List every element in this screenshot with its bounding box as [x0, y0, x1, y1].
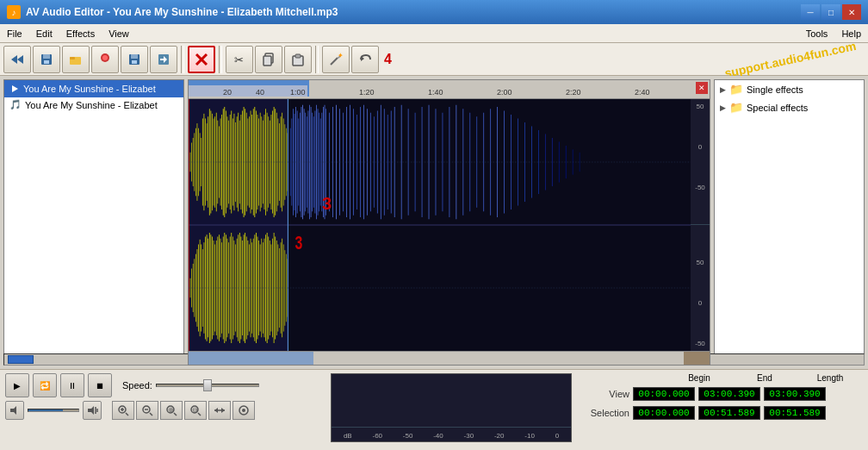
menu-tools[interactable]: Tools	[799, 24, 835, 42]
svg-rect-249	[580, 153, 580, 172]
waveform-svg: yellow waveform 3	[189, 99, 710, 351]
maximize-button[interactable]: □	[822, 4, 840, 20]
pause-button[interactable]: ⏸	[60, 373, 84, 397]
menu-edit[interactable]: Edit	[29, 24, 59, 42]
db-label-neg60: dB	[344, 432, 352, 440]
svg-rect-6	[70, 57, 75, 59]
selection-end-value: 00:51.589	[698, 406, 760, 420]
svg-rect-96	[277, 118, 278, 205]
toolbar-sep-3	[315, 46, 319, 73]
svg-rect-223	[401, 105, 402, 220]
svg-rect-120	[212, 236, 213, 339]
ruler-mark-100: 1:00	[290, 88, 306, 97]
bottom-controls: ▶ 🔁 ⏸ ⏹ Speed:	[0, 369, 868, 450]
save-button[interactable]	[33, 46, 60, 73]
zoom-select-button[interactable]: ⊕	[160, 401, 183, 420]
svg-rect-136	[234, 241, 235, 335]
svg-rect-204	[332, 107, 333, 217]
svg-rect-172	[283, 244, 284, 331]
open-button[interactable]	[62, 46, 90, 73]
svg-rect-193	[313, 116, 314, 208]
zoom-out-button[interactable]	[136, 401, 158, 420]
delete-button[interactable]	[188, 46, 215, 73]
svg-rect-150	[253, 239, 254, 338]
menu-view[interactable]: View	[102, 24, 136, 42]
zoom-fit-button[interactable]: ⊖	[184, 401, 207, 420]
svg-rect-189	[308, 110, 309, 213]
file-name: You Are My Sunshine - Elizabet	[25, 100, 158, 110]
svg-rect-102	[286, 128, 287, 197]
loop-button[interactable]: 🔁	[33, 373, 57, 397]
svg-rect-158	[264, 239, 265, 338]
delete-label: 4	[384, 52, 392, 67]
stop-button[interactable]: ⏹	[88, 373, 112, 397]
toolbar: ✂ ✦ 4 support.audio4fun.com	[0, 43, 868, 76]
volume-down-button[interactable]	[5, 401, 24, 420]
selection-begin-value: 00:00.000	[633, 406, 695, 420]
ruler-mark-140: 1:40	[428, 88, 443, 97]
waveform-close-button[interactable]: ✕	[696, 82, 708, 94]
save-as-button[interactable]	[121, 46, 148, 73]
scale-bot-neg50: -50	[691, 340, 710, 347]
rewind-button[interactable]	[3, 46, 31, 73]
menu-effects[interactable]: Effects	[59, 24, 102, 42]
svg-rect-205	[336, 105, 337, 220]
scale-top-neg50: -50	[691, 184, 710, 191]
minimize-button[interactable]: ─	[801, 4, 820, 20]
magic-wand-button[interactable]: ✦	[322, 46, 350, 73]
main-area: You Are My Sunshine - Elizabet 🎵 You Are…	[0, 76, 868, 369]
cut-button[interactable]: ✂	[226, 46, 253, 73]
menu-file[interactable]: File	[0, 24, 29, 42]
svg-rect-38	[198, 128, 199, 197]
zoom-width-button[interactable]	[208, 401, 231, 420]
svg-rect-74	[247, 118, 248, 205]
ruler-mark-40: 40	[256, 88, 264, 97]
svg-rect-247	[566, 146, 567, 178]
play-button[interactable]: ▶	[5, 373, 29, 397]
file-panel-scrollbar[interactable]	[3, 353, 184, 366]
record-button[interactable]	[91, 46, 119, 73]
waveform-scrollbar[interactable]	[189, 351, 710, 365]
zoom-reset-button[interactable]	[232, 401, 255, 420]
ruler-mark-20: 20	[223, 88, 232, 97]
speed-slider[interactable]	[156, 377, 259, 394]
export-button[interactable]	[150, 46, 177, 73]
svg-rect-168	[277, 244, 278, 331]
svg-rect-116	[207, 234, 208, 341]
volume-up-button[interactable]	[83, 401, 102, 420]
svg-rect-106	[193, 264, 194, 312]
view-end-value: 03:00.390	[698, 387, 760, 401]
file-list-item[interactable]: 🎵 You Are My Sunshine - Elizabet	[4, 97, 183, 112]
window-controls: ─ □ ✕	[801, 4, 861, 20]
zoom-in-button[interactable]	[112, 401, 134, 420]
svg-rect-195	[316, 105, 317, 220]
special-effects-item[interactable]: ▶ 📁 Special effects	[715, 98, 864, 116]
svg-rect-152	[256, 233, 257, 343]
svg-rect-197	[319, 113, 319, 212]
svg-rect-62	[231, 110, 232, 213]
volume-zoom-row: ⊕ ⊖	[5, 401, 322, 420]
svg-rect-84	[261, 116, 262, 208]
copy-button[interactable]	[255, 46, 282, 73]
timeline-ruler: 20 40 1:00 1:20 1:40 2:00 2:20 2:40	[189, 80, 710, 99]
volume-slider[interactable]	[28, 409, 79, 412]
undo-button[interactable]	[351, 46, 379, 73]
watermark: support.audio4fun.com	[723, 39, 857, 80]
single-effects-arrow-icon: ▶	[720, 85, 726, 94]
scale-bot-0: 0	[691, 299, 710, 307]
svg-rect-225	[415, 113, 416, 212]
ruler-mark-240: 2:40	[635, 88, 650, 97]
svg-line-260	[126, 413, 128, 416]
svg-line-270	[198, 413, 201, 416]
svg-rect-118	[209, 233, 210, 343]
paste-button[interactable]	[284, 46, 312, 73]
header-end: End	[734, 373, 796, 383]
single-effects-item[interactable]: ▶ 📁 Single effects	[715, 80, 864, 98]
app-icon: ♪	[7, 5, 21, 19]
svg-rect-52	[217, 121, 218, 204]
svg-text:⊖: ⊖	[192, 406, 198, 414]
info-panel: Begin End Length View 00:00.000 03:00.39…	[575, 370, 868, 446]
svg-marker-274	[221, 408, 225, 413]
speed-label: Speed:	[122, 380, 152, 391]
close-button[interactable]: ✕	[842, 4, 861, 20]
